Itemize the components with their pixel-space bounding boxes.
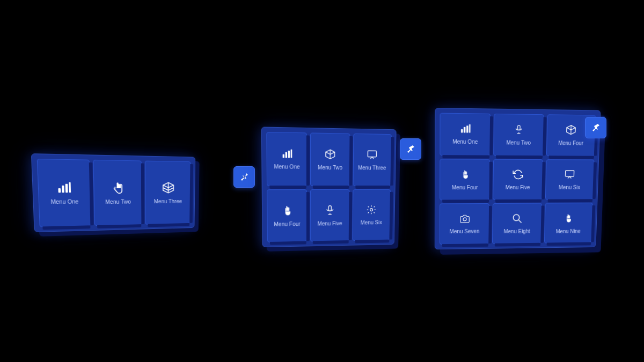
svg-rect-39 (567, 216, 568, 219)
menu-label-l5: Menu Five (506, 184, 530, 190)
microphone-icon-l2 (514, 124, 524, 137)
menu-item-l5[interactable]: Menu Five (493, 159, 543, 200)
bar-chart-icon (57, 182, 72, 196)
svg-rect-22 (464, 127, 465, 133)
camera-icon-l7 (459, 214, 470, 226)
hand-icon (112, 181, 124, 196)
menu-label-l4: Menu Four (452, 184, 478, 190)
menu-label-m3: Menu Three (358, 165, 386, 171)
svg-rect-16 (285, 208, 286, 211)
menu-item-m2[interactable]: Menu Two (310, 132, 350, 186)
svg-point-34 (513, 215, 519, 221)
svg-rect-24 (469, 124, 471, 133)
svg-rect-30 (466, 172, 467, 175)
svg-rect-14 (287, 207, 288, 211)
menu-item-l4[interactable]: Menu Four (440, 159, 490, 201)
hand-wave-icon-l9 (564, 212, 573, 225)
menu-label-l3: Menu Four (558, 140, 583, 146)
menu-item-s2[interactable]: Menu Two (93, 160, 142, 226)
svg-rect-21 (461, 129, 463, 133)
svg-rect-0 (58, 188, 61, 193)
svg-rect-31 (463, 172, 464, 175)
menu-item-m5[interactable]: Menu Five (310, 189, 349, 241)
svg-point-7 (244, 176, 245, 178)
menu-item-m4[interactable]: Menu Four (267, 189, 307, 242)
svg-line-35 (518, 220, 521, 223)
pin-button-3[interactable] (585, 117, 606, 138)
svg-rect-28 (464, 170, 465, 174)
chat-icon-m3 (367, 149, 378, 162)
svg-rect-37 (568, 215, 569, 218)
menu-label-l1: Menu One (452, 139, 478, 145)
svg-rect-12 (368, 151, 376, 157)
menu-item-m3[interactable]: Menu Three (353, 134, 392, 186)
svg-rect-25 (517, 125, 520, 130)
menu-item-l8[interactable]: Menu Eight (492, 203, 541, 244)
menu-item-s1[interactable]: Menu One (37, 159, 91, 227)
svg-rect-4 (117, 183, 118, 188)
cube-outline-icon-m2 (325, 149, 335, 161)
menu-label-s2: Menu Two (105, 199, 131, 205)
svg-rect-13 (286, 206, 287, 211)
menu-label-m2: Menu Two (318, 165, 342, 171)
svg-rect-11 (290, 150, 292, 158)
chat-icon-l6 (565, 169, 575, 182)
svg-rect-9 (285, 152, 287, 158)
menu-item-l1[interactable]: Menu One (440, 113, 491, 156)
menu-item-l9[interactable]: Menu Nine (544, 203, 593, 243)
hand-stop-icon-l4 (460, 169, 470, 182)
menu-label-s1: Menu One (50, 198, 78, 205)
menu-label-m1: Menu One (274, 164, 300, 170)
menu-item-l7[interactable]: Menu Seven (440, 203, 489, 245)
menu-label-m4: Menu Four (274, 221, 300, 227)
svg-rect-2 (65, 184, 68, 193)
panel-medium: Menu One Menu Two Menu Three (261, 127, 397, 247)
menu-label-l2: Menu Two (506, 140, 531, 146)
menu-label-l8: Menu Eight (503, 228, 530, 234)
svg-rect-38 (569, 215, 570, 218)
menu-item-s3[interactable]: Menu Three (145, 161, 191, 225)
svg-rect-3 (69, 182, 71, 193)
bar-chart-icon-l1 (460, 124, 471, 136)
svg-point-20 (370, 209, 373, 211)
menu-label-s3: Menu Three (154, 198, 182, 204)
svg-rect-10 (288, 151, 289, 158)
panel-small: Menu One Menu Two (31, 153, 195, 232)
svg-rect-23 (466, 126, 468, 134)
search-icon-l8 (512, 213, 523, 226)
bar-chart-icon-m1 (281, 149, 292, 161)
svg-point-33 (463, 218, 466, 221)
svg-rect-17 (328, 205, 331, 211)
refresh-icon-l5 (513, 169, 523, 182)
svg-rect-15 (288, 208, 289, 211)
menu-label-l7: Menu Seven (450, 228, 480, 234)
menu-label-l9: Menu Nine (556, 228, 581, 234)
microphone-icon-m5 (325, 204, 335, 218)
svg-rect-1 (62, 186, 64, 193)
menu-item-l2[interactable]: Menu Two (494, 114, 544, 156)
menu-label-m6: Menu Six (361, 219, 382, 225)
hand-stop-icon-m4 (282, 204, 292, 218)
menu-item-m1[interactable]: Menu One (266, 132, 307, 186)
svg-rect-29 (465, 171, 466, 175)
panel-large: Menu One Menu Two Menu Four (435, 108, 601, 249)
pin-button-2[interactable] (400, 138, 421, 160)
svg-rect-8 (282, 154, 284, 158)
cube-icon (162, 181, 174, 196)
svg-rect-36 (568, 214, 569, 218)
cube-icon-l3 (566, 124, 576, 137)
menu-item-l6[interactable]: Menu Six (545, 159, 595, 200)
scene: Menu One Menu Two (0, 0, 644, 362)
svg-rect-5 (118, 184, 119, 188)
menu-label-m5: Menu Five (317, 220, 342, 226)
svg-rect-32 (566, 171, 574, 177)
gear-icon-m6 (366, 204, 377, 217)
pin-button-1[interactable] (233, 166, 255, 188)
menu-label-l6: Menu Six (559, 184, 580, 190)
menu-item-m6[interactable]: Menu Six (352, 189, 391, 241)
